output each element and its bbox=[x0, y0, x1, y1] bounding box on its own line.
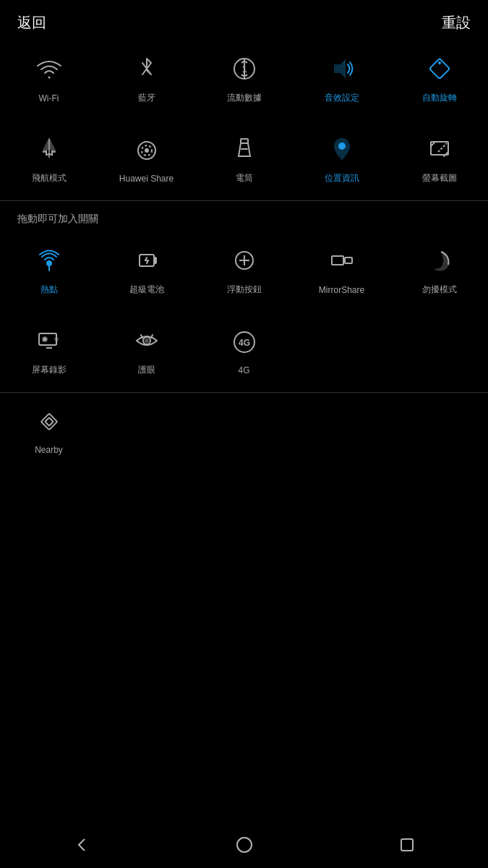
mobile-data-toggle[interactable]: 1 流動數據 bbox=[195, 47, 293, 110]
svg-point-42 bbox=[237, 838, 252, 852]
flashlight-label: 電筒 bbox=[236, 172, 253, 184]
huawei-share-icon bbox=[134, 137, 160, 168]
svg-point-35 bbox=[145, 339, 148, 342]
wifi-icon bbox=[36, 57, 62, 88]
svg-rect-40 bbox=[40, 414, 57, 430]
svg-rect-41 bbox=[45, 417, 53, 425]
reset-button[interactable]: 重設 bbox=[442, 13, 471, 33]
svg-point-9 bbox=[145, 149, 148, 152]
svg-point-12 bbox=[339, 143, 345, 149]
svg-rect-18 bbox=[154, 258, 156, 263]
auto-rotate-label: 自動旋轉 bbox=[422, 92, 457, 104]
location-toggle[interactable]: 位置資訊 bbox=[293, 127, 390, 190]
bluetooth-icon bbox=[134, 56, 160, 86]
svg-text:4G: 4G bbox=[238, 338, 249, 348]
bottom-nav bbox=[0, 825, 488, 868]
airplane-label: 飛航模式 bbox=[32, 172, 67, 184]
mirrorshare-label: MirrorShare bbox=[319, 285, 364, 295]
screenshot-toggle[interactable]: 螢幕截圖 bbox=[390, 127, 488, 190]
svg-point-33 bbox=[55, 338, 58, 341]
svg-point-30 bbox=[43, 339, 46, 341]
mirrorshare-icon bbox=[329, 249, 355, 279]
huawei-share-toggle[interactable]: Huawei Share bbox=[98, 127, 195, 190]
auto-rotate-toggle[interactable]: 自動旋轉 bbox=[390, 47, 488, 110]
hotspot-toggle[interactable]: 熱點 bbox=[0, 239, 98, 302]
auto-rotate-icon bbox=[427, 56, 453, 86]
dnd-label: 勿擾模式 bbox=[422, 284, 457, 296]
floating-btn-label: 浮動按鈕 bbox=[227, 284, 262, 296]
nearby-grid: Nearby bbox=[0, 393, 488, 471]
drag-grid-row1: 熱點 超級電池 浮動按鈕 bbox=[0, 231, 488, 312]
screen-record-label: 屏幕錄影 bbox=[32, 364, 67, 376]
back-nav-button[interactable] bbox=[72, 835, 92, 858]
location-icon bbox=[329, 136, 355, 166]
header: 返回 重設 bbox=[0, 0, 488, 40]
eye-care-icon bbox=[134, 328, 160, 358]
dnd-toggle[interactable]: 勿擾模式 bbox=[390, 239, 488, 302]
sound-toggle[interactable]: 音效設定 bbox=[293, 47, 390, 110]
screen-record-icon bbox=[36, 328, 62, 358]
mirrorshare-toggle[interactable]: MirrorShare bbox=[293, 239, 390, 302]
airplane-toggle[interactable]: 飛航模式 bbox=[0, 127, 98, 190]
svg-rect-26 bbox=[345, 258, 352, 263]
flashlight-icon bbox=[231, 136, 257, 166]
eye-care-toggle[interactable]: 護眼 bbox=[98, 319, 195, 382]
floating-btn-toggle[interactable]: 浮動按鈕 bbox=[195, 239, 293, 302]
sound-label: 音效設定 bbox=[325, 92, 359, 104]
eye-care-label: 護眼 bbox=[138, 364, 155, 376]
hotspot-label: 熱點 bbox=[40, 284, 58, 296]
super-battery-icon bbox=[134, 247, 160, 278]
home-nav-button[interactable] bbox=[234, 835, 254, 858]
floating-btn-icon bbox=[231, 247, 257, 278]
nearby-label: Nearby bbox=[35, 445, 63, 455]
airplane-icon bbox=[36, 136, 62, 166]
wifi-toggle[interactable]: Wi-Fi bbox=[0, 47, 98, 110]
svg-rect-25 bbox=[332, 256, 343, 265]
screenshot-icon bbox=[427, 136, 453, 166]
4g-icon: 4G bbox=[231, 329, 257, 359]
back-button[interactable]: 返回 bbox=[17, 13, 46, 33]
sound-icon bbox=[329, 56, 355, 86]
dnd-icon bbox=[427, 247, 453, 278]
mobile-data-label: 流動數據 bbox=[227, 92, 262, 104]
screen-record-toggle[interactable]: 屏幕錄影 bbox=[0, 319, 98, 382]
nearby-toggle[interactable]: Nearby bbox=[0, 400, 98, 461]
super-battery-toggle[interactable]: 超級電池 bbox=[98, 239, 195, 302]
screenshot-label: 螢幕截圖 bbox=[422, 172, 457, 184]
active-grid-row2: 飛航模式 Huawei Share 電筒 bbox=[0, 120, 488, 200]
svg-rect-43 bbox=[401, 839, 413, 851]
wifi-label: Wi-Fi bbox=[39, 93, 59, 103]
flashlight-toggle[interactable]: 電筒 bbox=[195, 127, 293, 190]
drag-section-label: 拖動即可加入開關 bbox=[0, 201, 488, 231]
bluetooth-toggle[interactable]: 藍牙 bbox=[98, 47, 195, 110]
4g-label: 4G bbox=[238, 365, 249, 375]
svg-marker-3 bbox=[335, 61, 345, 77]
active-grid-row1: Wi-Fi 藍牙 1 流動數據 bbox=[0, 40, 488, 120]
super-battery-label: 超級電池 bbox=[129, 284, 164, 296]
recents-nav-button[interactable] bbox=[397, 835, 417, 858]
svg-line-14 bbox=[438, 143, 447, 152]
mobile-data-icon: 1 bbox=[231, 56, 257, 86]
huawei-share-label: Huawei Share bbox=[119, 174, 174, 184]
drag-grid-row2: 屏幕錄影 護眼 4G 4G bbox=[0, 312, 488, 392]
bluetooth-label: 藍牙 bbox=[138, 92, 155, 104]
nearby-icon bbox=[36, 409, 62, 439]
hotspot-icon bbox=[36, 247, 62, 278]
location-label: 位置資訊 bbox=[325, 172, 359, 184]
4g-toggle[interactable]: 4G 4G bbox=[195, 319, 293, 382]
